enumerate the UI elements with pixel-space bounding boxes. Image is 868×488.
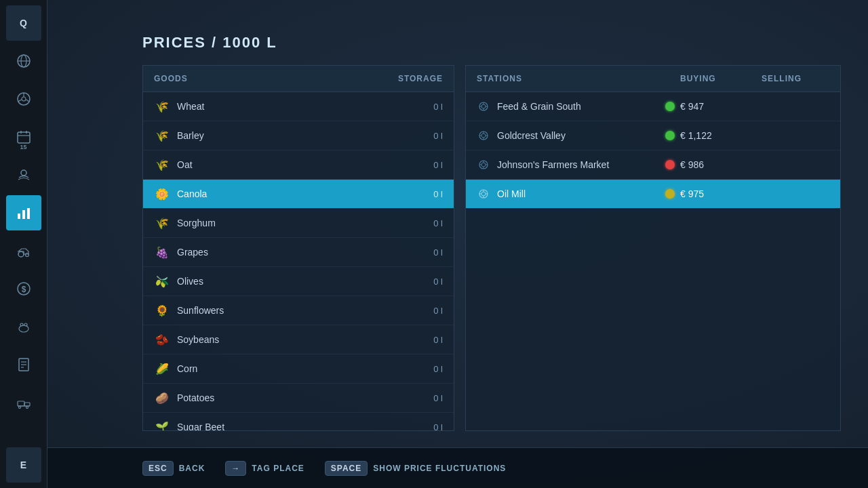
goods-name: Sunflowers [177, 305, 402, 316]
goods-name: Oat [177, 159, 402, 170]
svg-rect-28 [18, 401, 24, 406]
goods-name: Sorghum [177, 218, 402, 228]
goods-row[interactable]: 🌾 Barley 0 l [143, 121, 454, 150]
svg-rect-29 [24, 403, 30, 406]
station-name: Goldcrest Valley [497, 130, 665, 141]
svg-text:$: $ [21, 285, 26, 294]
goods-row[interactable]: 🌾 Wheat 0 l [143, 92, 454, 121]
goods-row[interactable]: 🫘 Soybeans 0 l [143, 325, 454, 354]
goods-storage: 0 l [402, 306, 443, 316]
sidebar-item-animals[interactable] [6, 309, 41, 344]
goods-row[interactable]: 🌻 Sunflowers 0 l [143, 296, 454, 325]
bottom-bar-button[interactable]: ESC BACK [142, 461, 205, 476]
goods-name: Potatoes [177, 392, 402, 403]
sidebar-item-transport[interactable] [6, 385, 41, 420]
goods-icon: 🌼 [154, 186, 170, 202]
goods-storage: 0 l [402, 247, 443, 258]
goods-row[interactable]: 🌾 Sorghum 0 l [143, 209, 454, 238]
sidebar-item-money[interactable]: $ [6, 271, 41, 306]
goods-name: Barley [177, 130, 402, 141]
key-badge: ESC [142, 461, 174, 476]
station-row[interactable]: Goldcrest Valley € 1,122 [466, 121, 840, 150]
station-price: € 975 [680, 188, 762, 199]
buying-col-header: BUYING [680, 74, 762, 83]
key-label: SHOW PRICE FLUCTUATIONS [373, 464, 506, 473]
stations-list[interactable]: Feed & Grain South € 947 Goldcrest Valle… [466, 92, 840, 430]
svg-rect-8 [18, 132, 30, 143]
sidebar-item-calendar[interactable]: 15 [6, 119, 41, 155]
bottom-bar: ESC BACK → TAG PLACE SPACE SHOW PRICE FL… [47, 447, 868, 488]
goods-name: Soybeans [177, 334, 402, 345]
stations-panel: STATIONS BUYING SELLING Feed & Grain Sou… [465, 65, 841, 431]
station-row[interactable]: Johnson's Farmers Market € 986 [466, 150, 840, 180]
goods-col-header: GOODS [154, 74, 389, 83]
goods-name: Wheat [177, 101, 402, 112]
sidebar-item-steering[interactable] [6, 81, 41, 117]
svg-point-46 [481, 163, 486, 167]
svg-point-20 [19, 325, 28, 332]
goods-list[interactable]: 🌾 Wheat 0 l 🌾 Barley 0 l 🌾 Oat 0 l 🌼 Can… [143, 92, 454, 430]
goods-icon: 🌾 [154, 157, 170, 173]
station-name: Johnson's Farmers Market [497, 159, 665, 170]
bottom-bar-button[interactable]: SPACE SHOW PRICE FLUCTUATIONS [325, 461, 507, 476]
goods-name: Grapes [177, 247, 402, 258]
station-indicator [665, 189, 675, 199]
station-indicator [665, 131, 675, 140]
goods-name: Olives [177, 276, 402, 287]
goods-panel: GOODS STORAGE 🌾 Wheat 0 l 🌾 Barley 0 l 🌾… [142, 65, 454, 431]
goods-row[interactable]: 🫒 Olives 0 l [143, 267, 454, 296]
goods-row[interactable]: 🌽 Corn 0 l [143, 354, 454, 384]
goods-icon: 🍇 [154, 244, 170, 260]
sidebar-item-tractor[interactable] [6, 233, 41, 268]
svg-point-31 [18, 407, 20, 409]
goods-icon: 🥔 [154, 390, 170, 406]
goods-storage: 0 l [402, 102, 443, 112]
station-icon [477, 100, 490, 113]
goods-icon: 🌾 [154, 98, 170, 115]
page-title: PRICES / 1000 L [142, 34, 841, 52]
svg-rect-15 [27, 208, 30, 219]
station-row[interactable]: Feed & Grain South € 947 [466, 92, 840, 121]
goods-storage: 0 l [402, 131, 443, 141]
svg-rect-13 [18, 214, 20, 219]
goods-storage: 0 l [402, 335, 443, 345]
sidebar-item-e[interactable]: E [6, 447, 41, 483]
goods-row[interactable]: 🥔 Potatoes 0 l [143, 384, 454, 413]
station-price: € 947 [680, 101, 762, 112]
storage-col-header: STORAGE [389, 74, 443, 83]
station-price: € 1,122 [680, 130, 762, 141]
selling-col-header: SELLING [762, 74, 829, 83]
goods-storage: 0 l [402, 422, 443, 431]
bottom-bar-button[interactable]: → TAG PLACE [225, 461, 304, 476]
goods-row[interactable]: 🌱 Sugar Beet 0 l [143, 413, 454, 430]
goods-row[interactable]: 🌾 Oat 0 l [143, 150, 454, 180]
key-label: TAG PLACE [252, 464, 304, 473]
station-icon [477, 129, 490, 142]
goods-storage: 0 l [402, 189, 443, 199]
goods-icon: 🌻 [154, 302, 170, 319]
key-badge: SPACE [325, 461, 368, 476]
panels-row: GOODS STORAGE 🌾 Wheat 0 l 🌾 Barley 0 l 🌾… [142, 65, 841, 431]
main-content: PRICES / 1000 L GOODS STORAGE 🌾 Wheat 0 … [47, 0, 868, 488]
goods-row[interactable]: 🌼 Canola 0 l [143, 180, 454, 209]
goods-icon: 🌾 [154, 215, 170, 231]
svg-point-16 [18, 251, 24, 257]
sidebar-item-stats[interactable] [6, 195, 41, 230]
sidebar-item-weather[interactable] [6, 157, 41, 192]
key-badge: → [225, 461, 246, 476]
sidebar-item-globe[interactable] [6, 43, 41, 79]
svg-point-32 [26, 407, 28, 409]
sidebar-item-contracts[interactable] [6, 347, 41, 382]
svg-point-12 [21, 170, 26, 176]
goods-icon: 🌽 [154, 361, 170, 377]
sidebar-item-q[interactable]: Q [6, 5, 41, 41]
goods-name: Sugar Beet [177, 422, 402, 430]
svg-rect-14 [22, 210, 25, 219]
station-row[interactable]: Oil Mill € 975 [466, 180, 840, 209]
goods-row[interactable]: 🍇 Grapes 0 l [143, 238, 454, 267]
goods-name: Corn [177, 363, 402, 374]
svg-line-6 [18, 100, 21, 102]
goods-icon: 🫘 [154, 331, 170, 348]
station-indicator [665, 102, 675, 111]
svg-point-34 [481, 104, 486, 108]
